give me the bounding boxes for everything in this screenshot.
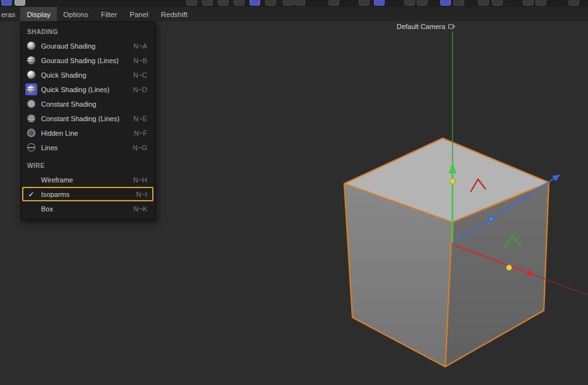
display-menu-dropdown: SHADING Gouraud Shading N~A Gouraud Shad… (20, 21, 155, 220)
cube[interactable] (344, 138, 549, 367)
toolbar-icon[interactable] (1, 0, 12, 6)
constant-shading-icon (25, 98, 37, 110)
toolbar-icon[interactable] (404, 0, 415, 6)
menu-item-constant-shading-lines[interactable]: Constant Shading (Lines) N~E (21, 111, 155, 126)
shortcut-label: N~E (133, 115, 147, 122)
toolbar-icon[interactable] (359, 0, 369, 6)
menu-item-isoparms[interactable]: ✓ Isoparms N~I (21, 187, 155, 201)
menu-item-filter[interactable]: Filter (95, 7, 124, 21)
viewport-menu-bar: eras Display Options Filter Panel Redshi… (0, 7, 588, 21)
shortcut-label: N~F (134, 129, 147, 137)
camera-hud-label[interactable]: Default Camera (397, 23, 445, 30)
menu-item-cameras-partial[interactable]: eras (0, 7, 20, 21)
gouraud-shading-icon (25, 40, 37, 52)
shortcut-label: N~C (133, 71, 147, 79)
toolbar-icon[interactable] (492, 0, 503, 6)
section-header-shading: SHADING (21, 24, 155, 38)
checkmark-icon: ✓ (25, 190, 37, 199)
toolbar-icon[interactable] (265, 0, 276, 6)
toolbar-icon[interactable] (202, 0, 213, 6)
gizmo-z-handle-dot[interactable] (489, 216, 494, 222)
menu-item-hidden-line[interactable]: Hidden Line N~F (21, 126, 155, 140)
toolbar-icon[interactable] (294, 0, 305, 6)
toolbar-strip (0, 0, 588, 7)
shortcut-label: N~B (133, 57, 147, 64)
box-icon-blank (25, 203, 37, 215)
hidden-line-icon (25, 127, 37, 139)
toolbar-icon[interactable] (417, 0, 428, 6)
quick-shading-icon (25, 69, 37, 81)
camera-axis-icon[interactable] (448, 23, 455, 30)
menu-item-options[interactable]: Options (57, 7, 95, 21)
shortcut-label: N~G (133, 144, 147, 151)
toolbar-icon[interactable] (453, 0, 464, 6)
constant-shading-lines-icon (25, 112, 37, 124)
shortcut-label: N~A (133, 42, 147, 50)
toolbar-icon[interactable] (568, 0, 579, 6)
menu-item-display[interactable]: Display (20, 7, 57, 21)
menu-item-constant-shading[interactable]: Constant Shading (21, 97, 155, 111)
menu-item-quick-shading[interactable]: Quick Shading N~C (21, 68, 155, 82)
toolbar-icon[interactable] (15, 0, 25, 6)
toolbar-icon[interactable] (440, 0, 451, 6)
wireframe-icon-blank (25, 174, 37, 186)
shortcut-label: N~I (136, 191, 147, 198)
shortcut-label: N~H (133, 176, 147, 184)
toolbar-icon[interactable] (283, 0, 294, 6)
toolbar-icon[interactable] (186, 0, 197, 6)
menu-item-quick-shading-lines[interactable]: Quick Shading (Lines) N~D (21, 82, 155, 97)
gizmo-y-handle-dot[interactable] (450, 179, 455, 184)
menu-item-wireframe[interactable]: Wireframe N~H (21, 172, 155, 187)
toolbar-icon[interactable] (328, 0, 339, 6)
menu-item-gouraud-shading[interactable]: Gouraud Shading N~A (21, 38, 155, 53)
lines-icon (25, 141, 37, 153)
shortcut-label: N~D (133, 86, 147, 93)
menu-item-redshift[interactable]: Redshift (155, 7, 194, 21)
camera-hud[interactable]: Default Camera (397, 23, 455, 30)
shortcut-label: N~K (133, 205, 147, 213)
quick-shading-lines-icon (25, 83, 37, 95)
toolbar-icon[interactable] (218, 0, 229, 6)
section-header-wire: WIRE (21, 158, 155, 172)
menu-item-box[interactable]: Box N~K (21, 201, 155, 216)
toolbar-icon[interactable] (478, 0, 489, 6)
menu-item-panel[interactable]: Panel (123, 7, 154, 21)
gouraud-shading-lines-icon (25, 54, 37, 66)
menu-item-lines[interactable]: Lines N~G (21, 140, 155, 155)
menu-item-gouraud-shading-lines[interactable]: Gouraud Shading (Lines) N~B (21, 53, 155, 68)
toolbar-icon[interactable] (374, 0, 385, 6)
toolbar-icon[interactable] (523, 0, 534, 6)
toolbar-icon[interactable] (536, 0, 546, 6)
toolbar-icon[interactable] (234, 0, 244, 6)
gizmo-x-handle-dot[interactable] (507, 265, 512, 271)
toolbar-icon[interactable] (249, 0, 260, 6)
